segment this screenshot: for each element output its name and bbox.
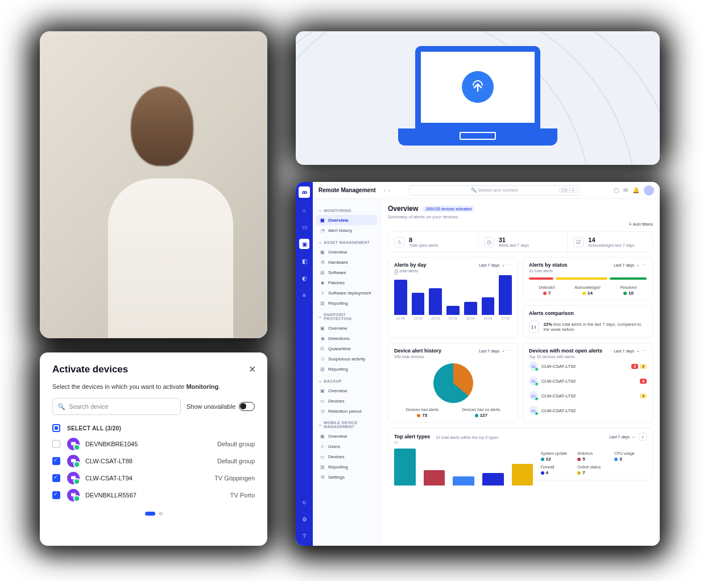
rail-sessions-icon[interactable]: ◧ <box>299 256 309 266</box>
activated-badge: 200/220 devices activated <box>423 206 474 212</box>
sidebar-item[interactable]: ⇩Software deployment <box>316 288 377 298</box>
rail-support-icon[interactable]: ◐ <box>299 273 309 283</box>
more-icon[interactable]: ⋯ <box>642 348 647 353</box>
sidebar-item[interactable]: ▣Overview <box>316 215 377 225</box>
sidebar-item[interactable]: ⛒Quarantine <box>316 343 377 354</box>
rail-devices-icon[interactable]: ▭ <box>299 222 309 232</box>
sidebar-item[interactable]: ▤Software <box>316 267 377 277</box>
bell-icon[interactable]: 🔔 <box>632 187 639 193</box>
card-title: Alerts by day <box>394 262 427 268</box>
activate-devices-modal: Activate devices ✕ Select the devices in… <box>40 352 267 546</box>
sidebar-section-header[interactable]: ⌄ BACKUP <box>318 379 375 383</box>
upload-icon <box>462 71 494 103</box>
sidebar-item[interactable]: ▣Overview <box>316 247 377 257</box>
card-title: Top alert types <box>394 434 430 439</box>
checkbox[interactable] <box>52 491 60 499</box>
nav-back-forward[interactable]: ‹ › <box>384 188 390 193</box>
sidebar-item[interactable]: ◷Retention period <box>316 406 377 416</box>
sidebar-item[interactable]: ▭Devices <box>316 451 377 462</box>
sidebar-item-label: Alert history <box>328 228 352 233</box>
sidebar-section-header[interactable]: ⌄ MONITORING <box>318 208 375 213</box>
sidebar-item[interactable]: ▥Reporting <box>316 462 377 472</box>
chevron-down-icon: ⌄ <box>318 240 322 244</box>
more-icon[interactable]: ⋯ <box>507 263 512 267</box>
select-all-checkbox[interactable]: SELECT ALL (3/20) <box>52 424 255 432</box>
inbox-icon[interactable]: ▢ <box>614 187 619 193</box>
device-row[interactable]: DEVNBKBRE1045 Default group <box>52 438 255 450</box>
rail-monitor-icon[interactable]: ▣ <box>299 239 309 249</box>
alerts-by-day-card: Alerts by day Last 7 days ⌄ ⋯ 31 total a… <box>388 257 518 338</box>
range-dropdown[interactable]: Last 7 days ⌄ <box>609 434 635 439</box>
sidebar-section-header[interactable]: ⌄ MOBILE DEVICE MANAGEMENT <box>318 421 375 429</box>
device-name: CLW-CSAT-LT02 <box>541 379 576 384</box>
rail-settings-icon[interactable]: ⚙ <box>299 514 309 524</box>
checkbox[interactable] <box>52 457 60 465</box>
sidebar-item[interactable]: ▭Devices <box>316 396 377 406</box>
more-icon[interactable]: ⋯ <box>642 263 647 267</box>
device-alert-row[interactable]: ▭CLW-CSAT-LT0224 <box>529 359 647 374</box>
most-open-alerts-card: Devices with most open alerts Last 7 day… <box>523 343 653 423</box>
range-dropdown[interactable]: Last 7 days ⌄ ⋯ <box>479 263 512 267</box>
sidebar-item[interactable]: ▣Overview <box>316 385 377 396</box>
rail-home-icon[interactable]: ⌂ <box>299 205 309 215</box>
sidebar-item[interactable]: ⚙Hardware <box>316 257 377 267</box>
sidebar-section-header[interactable]: ⌄ ENDPOINT PROTECTION <box>318 313 375 321</box>
sidebar-item[interactable]: ▣Overview <box>316 323 377 333</box>
device-row[interactable]: DEVNBKLLR5567 TV Porto <box>52 489 255 501</box>
checkbox[interactable] <box>52 440 60 448</box>
device-alert-row[interactable]: ▭CLW-CSAT-LT02 <box>529 403 647 418</box>
rail-link-icon[interactable]: ⎋ <box>299 497 309 507</box>
add-filters-button[interactable]: ≡ Add filters <box>388 222 653 227</box>
sidebar-item[interactable]: ▥Reporting <box>316 298 377 308</box>
device-alert-row[interactable]: ▭CLW-CSAT-LT024 <box>529 388 647 403</box>
sidebar-item[interactable]: ◆Patches <box>316 277 377 288</box>
more-icon[interactable]: ⋯ <box>507 348 512 353</box>
sidebar-section-header[interactable]: ⌄ ASSET MANAGEMENT <box>318 240 375 244</box>
show-unavailable-toggle[interactable] <box>239 402 255 411</box>
legend-item: Acknowledged14 <box>574 285 601 296</box>
device-row[interactable]: CLW-CSAT-LT88 Default group <box>52 455 255 467</box>
rail-reports-icon[interactable]: ≡ <box>299 290 309 300</box>
range-dropdown[interactable]: Last 7 days ⌄ ⋯ <box>479 348 512 353</box>
checkbox[interactable] <box>52 474 60 482</box>
sidebar-item[interactable]: ◔Alert history <box>316 225 377 235</box>
sidebar-item[interactable]: ☺Users <box>316 441 377 451</box>
rail-help-icon[interactable]: ? <box>299 531 309 541</box>
top-alert-types-card: Top alert types 31 total alerts within t… <box>388 428 653 480</box>
device-alert-row[interactable]: ▭CLW-CSAT-LT024 <box>529 374 647 388</box>
chat-icon[interactable]: ✉ <box>623 187 628 193</box>
close-icon[interactable]: ✕ <box>249 364 256 375</box>
svg-rect-4 <box>71 476 76 480</box>
avatar[interactable] <box>644 185 654 196</box>
sidebar-item-icon: ◷ <box>320 408 325 414</box>
laptop-illustration <box>296 31 660 165</box>
svg-point-9 <box>304 191 307 193</box>
search-device-input[interactable]: 🔍 Search device <box>52 398 181 415</box>
sidebar-item-label: Software deployment <box>328 290 371 296</box>
brand-icon[interactable] <box>299 186 310 198</box>
sidebar-item[interactable]: ⚠Suspicious activity <box>316 354 377 364</box>
sidebar-item[interactable]: ⚙Settings <box>316 472 377 482</box>
sidebar-item-label: Overview <box>328 218 349 223</box>
range-dropdown[interactable]: Last 7 days ⌄ ⋯ <box>614 263 647 267</box>
photo-panel <box>40 31 267 338</box>
pagination-dots[interactable] <box>52 512 255 516</box>
sidebar-item-icon: ▤ <box>320 269 325 275</box>
range-dropdown[interactable]: Last 7 days ⌄ ⋯ <box>614 348 647 353</box>
sidebar-item[interactable]: ◉Detections <box>316 333 377 343</box>
sidebar-item-icon: ◆ <box>320 280 325 285</box>
sidebar-item-label: Reporting <box>328 367 348 372</box>
sidebar-item-icon: ☺ <box>320 443 325 449</box>
sidebar-item[interactable]: ▣Overview <box>316 431 377 441</box>
global-search-input[interactable]: 🔍 Search and connect Ctrl + K <box>409 185 580 196</box>
device-row[interactable]: CLW-CSAT-LT94 TV Göppingen <box>52 472 255 484</box>
dashboard-content: Overview 200/220 devices activated Summa… <box>381 199 660 546</box>
sidebar-item-label: Hardware <box>328 260 348 265</box>
chart-bar <box>412 293 425 315</box>
device-name: DEVNBKBRE1045 <box>85 441 138 447</box>
sidebar-item[interactable]: ▥Reporting <box>316 364 377 374</box>
svg-rect-5 <box>72 480 75 480</box>
card-title: Alerts by status <box>529 262 568 268</box>
device-name: CLW-CSAT-LT94 <box>85 475 133 482</box>
filter-icon[interactable]: ⫾ <box>639 433 647 441</box>
